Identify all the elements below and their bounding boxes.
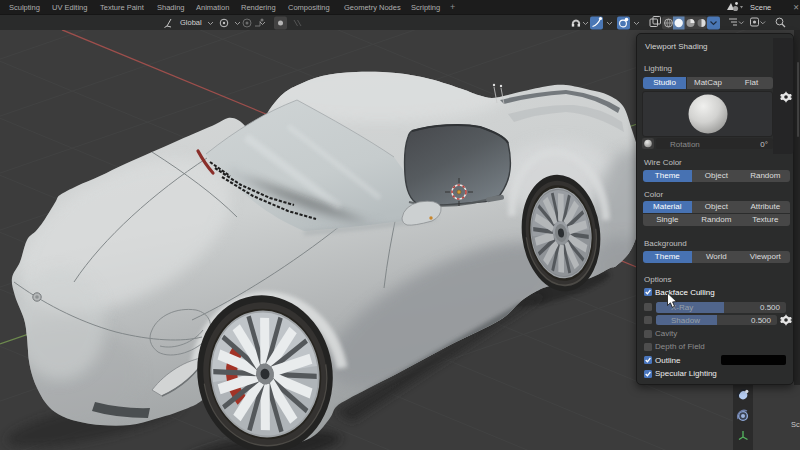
svg-text:Sc: Sc	[791, 420, 800, 429]
